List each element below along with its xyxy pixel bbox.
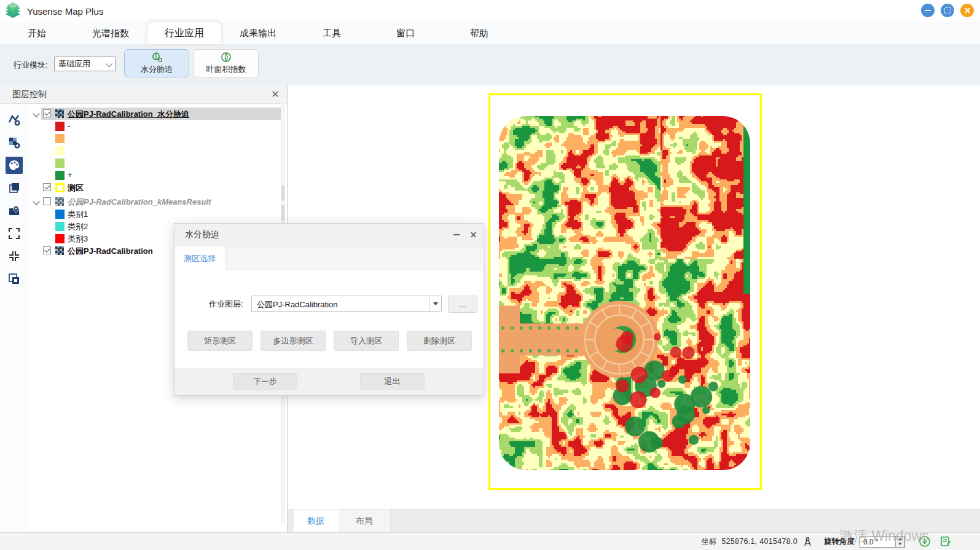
cequ-swatch [55,183,65,192]
class-row-1: 类别1 [28,208,280,220]
lai-label: 叶面积指数 [206,64,246,75]
class2-swatch [55,222,65,231]
maximize-button[interactable] [941,4,954,17]
spin-up-button[interactable] [896,536,904,542]
layer-panel-close-icon[interactable] [271,90,280,98]
ramp-row [28,144,280,157]
browse-button[interactable]: ... [448,296,477,313]
spinner [895,536,904,547]
layer-row-water-stress[interactable]: 公园PJ-RadCalibration_水分胁迫 [28,108,280,120]
raster-layer-icon [55,197,64,206]
tab-region-select[interactable]: 测区选择 [174,246,225,270]
manual-book-icon[interactable] [939,535,952,548]
dialog-tab-bar: 测区选择 [174,246,484,270]
layer-tools-strip [0,104,28,532]
ortho-canvas[interactable] [496,115,753,471]
minimize-button[interactable] [921,4,935,17]
menu-item-start[interactable]: 开始 [0,22,74,44]
expander-icon[interactable] [33,198,39,205]
layer-checkbox[interactable] [43,197,51,205]
layer-label[interactable]: 测区 [68,183,84,194]
water-drop-leaf-icon [151,52,163,63]
menu-item-spectral-index[interactable]: 光谱指数 [74,22,147,44]
coord-label: 坐标 [701,536,716,547]
leaf-circle-icon [220,52,232,63]
window-controls [921,4,974,17]
ramp-swatch-paleyellow [55,146,65,155]
view-tab-strip: 数据 布局 [288,509,980,532]
symbology-palette-button[interactable] [6,157,23,174]
survey-region-boundary[interactable] [488,93,762,490]
spin-down-button[interactable] [896,541,904,547]
chevron-down-icon [106,60,112,67]
class1-swatch [55,210,65,219]
tab-layout[interactable]: 布局 [338,509,391,533]
class3-swatch [55,234,65,243]
copy-layer-button[interactable] [6,270,23,288]
work-layer-label: 作业图层: [209,299,243,310]
ramp-swatch-orange [55,134,65,143]
compass-icon [802,536,813,547]
add-vector-layer-button[interactable] [6,111,23,128]
exit-button[interactable]: 退出 [360,373,425,390]
menu-item-output[interactable]: 成果输出 [221,22,295,44]
add-raster-layer-button[interactable] [6,134,23,151]
combo-arrow[interactable] [429,296,441,311]
expander-icon[interactable] [33,110,39,117]
status-icons [919,535,952,548]
menu-bar: 开始 光谱指数 行业应用 成果输出 工具 窗口 帮助 [0,22,980,44]
module-label: 行业模块: [14,60,48,71]
work-layer-combobox[interactable]: 公园PJ-RadCalibration [251,296,442,312]
next-step-button[interactable]: 下一步 [233,373,297,390]
layer-label[interactable]: 公园PJ-RadCalibration [68,246,153,257]
dialog-title-bar[interactable]: 水分胁迫 [174,224,484,246]
ramp-row [28,157,280,169]
menu-item-help[interactable]: 帮助 [442,22,516,44]
layer-checkbox[interactable] [43,109,51,117]
maximize-icon [944,7,951,14]
scroll-thumb[interactable] [281,205,284,221]
ramp-row [28,132,280,144]
scroll-thumb[interactable] [281,185,284,201]
close-button[interactable] [960,4,974,17]
rotation-spinbox[interactable]: 0.0 ° [860,536,905,548]
dialog-minimize-icon[interactable] [452,230,461,240]
region-buttons-row: 矩形测区 多边形测区 导入测区 删除测区 [187,331,472,351]
tab-data[interactable]: 数据 [294,509,338,533]
layer-label[interactable]: 公园PJ-RadCalibration_水分胁迫 [68,109,189,120]
layers-stack-button[interactable] [6,179,23,197]
menu-item-tools[interactable]: 工具 [295,22,369,44]
layer-checkbox[interactable] [43,246,51,254]
title-bar: Yusense Map Plus [0,0,980,22]
minimize-icon [925,10,931,11]
lai-button[interactable]: 叶面积指数 [194,49,259,77]
menu-item-window[interactable]: 窗口 [369,22,442,44]
module-select[interactable]: 基础应用 [54,57,116,71]
zoom-fit-button[interactable] [6,248,23,265]
rect-region-button[interactable]: 矩形测区 [187,331,253,351]
update-download-icon[interactable] [919,535,931,548]
ramp-swatch-green [55,171,65,180]
ramp-label: - [68,121,70,130]
layer-row-cequ[interactable]: 测区 [28,181,280,195]
work-layer-value: 公园PJ-RadCalibration [257,299,338,310]
dialog-close-icon[interactable] [469,230,479,240]
full-extent-button[interactable] [6,225,23,242]
rotation-label: 旋转角度 [824,536,855,547]
menu-item-industry-apps[interactable]: 行业应用 [147,22,221,44]
triangle-down-icon [433,302,438,305]
delete-region-button[interactable]: 删除测区 [407,331,472,351]
app-window: Yusense Map Plus 开始 光谱指数 行业应用 成果输出 工具 窗口… [0,0,980,550]
layer-label[interactable]: 公园PJ-RadCalibration_kMeansResult [68,197,211,208]
ramp-row: + [28,169,280,181]
layer-panel-header: 图层控制 [0,85,287,104]
import-region-button[interactable]: 导入测区 [334,331,399,351]
layer-row-kmeans[interactable]: 公园PJ-RadCalibration_kMeansResult [28,195,280,208]
polygon-region-button[interactable]: 多边形测区 [261,331,326,351]
placemark-button[interactable] [6,202,23,219]
layer-checkbox[interactable] [43,183,51,191]
app-logo-icon [4,2,22,20]
status-bar: 坐标 525876.1, 4015478.0 旋转角度 0.0 ° [0,532,980,550]
water-stress-button[interactable]: 水分胁迫 [124,49,189,77]
app-title: Yusense Map Plus [27,6,103,17]
